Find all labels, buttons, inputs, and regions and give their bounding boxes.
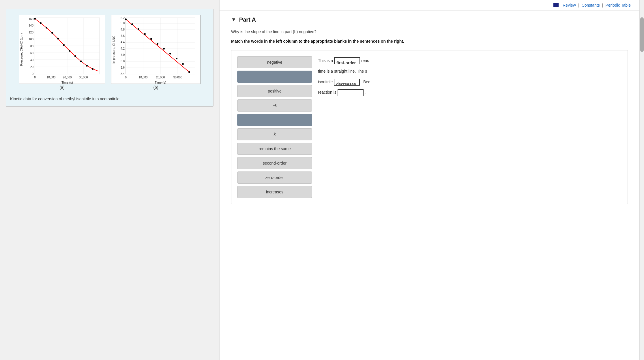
svg-text:10,000: 10,000 [47,76,56,79]
svg-point-19 [74,55,76,57]
svg-point-20 [80,61,82,62]
svg-text:5.0: 5.0 [121,22,125,25]
svg-text:3.4: 3.4 [121,72,125,76]
top-bar: Review | Constants | Periodic Table [220,0,639,11]
constants-link[interactable]: Constants [582,3,600,7]
svg-text:120: 120 [29,31,33,34]
svg-text:In pressure, CH₃NC: In pressure, CH₃NC [112,35,115,63]
instruction-text: Match the words in the left column to th… [231,38,628,44]
svg-point-61 [188,71,190,73]
svg-point-52 [131,23,133,25]
svg-text:0: 0 [125,76,127,79]
blank-decreases[interactable]: decreases [334,79,360,86]
graph-container: Pressure, CH₃NC (torr) [6,9,214,107]
word-btn-remains-same[interactable]: remains the same [237,143,312,155]
left-panel: Pressure, CH₃NC (torr) [0,0,219,360]
word-btn-dark1 [237,71,312,83]
svg-text:Pressure, CH₃NC (torr): Pressure, CH₃NC (torr) [20,33,23,66]
svg-text:4.6: 4.6 [121,34,125,37]
s1-before: This is a [318,58,334,63]
word-btn-k[interactable]: k [237,128,312,140]
svg-point-22 [92,68,93,70]
collapse-arrow[interactable]: ▼ [231,17,236,23]
graph-a: Pressure, CH₃NC (torr) [19,15,105,84]
part-title: Part A [239,16,256,23]
word-btn-negative[interactable]: negative [237,56,312,68]
svg-point-58 [169,53,171,54]
svg-point-13 [40,22,42,24]
svg-point-53 [138,28,139,30]
svg-text:3.6: 3.6 [121,66,125,69]
review-link[interactable]: Review [563,3,576,7]
sentences-area: This is a first-order reac time is a str… [318,56,622,198]
svg-point-51 [125,18,127,20]
svg-point-12 [34,18,36,20]
word-bank: negative positive −k k [237,56,312,198]
sentence-4: reaction is . [318,88,622,97]
blank-first-order[interactable]: first-order [334,57,360,64]
sep1: | [578,3,579,7]
word-btn-positive[interactable]: positive [237,85,312,97]
matching-area: negative positive −k k [231,50,628,204]
svg-text:4.4: 4.4 [121,41,125,44]
svg-point-54 [144,33,146,35]
svg-point-17 [63,44,65,46]
scrollbar-thumb[interactable] [640,17,644,52]
s3-before: isonitrile [318,80,334,84]
periodic-table-link[interactable]: Periodic Table [605,3,631,7]
sep2: | [602,3,603,7]
svg-point-59 [176,58,177,59]
content-area: ▼ Part A Why is the slope of the line in… [220,11,639,360]
s3-after: . Bec [361,80,370,84]
s2-text: time is a straight line. The s [318,69,367,73]
svg-text:0: 0 [34,76,36,79]
word-btn-neg-k[interactable]: −k [237,99,312,112]
svg-text:20: 20 [30,65,34,69]
graph-b-wrapper: In pressure, CH₃NC [111,15,201,90]
svg-text:40: 40 [30,59,34,62]
part-header: ▼ Part A [231,16,628,23]
svg-point-18 [69,50,70,52]
svg-text:10,000: 10,000 [139,76,148,79]
sentence-1: This is a first-order reac [318,56,622,65]
svg-text:140: 140 [29,24,33,27]
svg-text:Time (s): Time (s) [61,81,73,84]
svg-point-56 [157,43,158,45]
graph-b: In pressure, CH₃NC [111,15,201,84]
svg-text:20,000: 20,000 [156,76,165,79]
svg-text:60: 60 [30,52,34,55]
s1-after: reac [361,58,369,63]
word-btn-increases[interactable]: increases [237,186,312,198]
svg-text:30,000: 30,000 [173,76,182,79]
graphs-row: Pressure, CH₃NC (torr) [9,15,210,90]
blank-empty[interactable] [338,89,364,96]
sentence-2: time is a straight line. The s [318,67,622,76]
svg-point-14 [46,27,47,29]
right-panel-content: Review | Constants | Periodic Table ▼ Pa… [219,0,639,360]
review-icon [553,3,559,7]
s4-before: reaction is [318,90,338,95]
svg-text:80: 80 [30,45,34,48]
svg-text:Time (s): Time (s) [155,81,166,84]
svg-text:3.8: 3.8 [121,60,125,63]
word-btn-dark2 [237,114,312,126]
scrollbar[interactable] [639,0,644,360]
word-btn-zero-order[interactable]: zero-order [237,171,312,184]
svg-text:30,000: 30,000 [79,76,88,79]
sentence-3: isonitrile decreases . Bec [318,78,622,86]
graph-a-label: (a) [59,85,64,90]
svg-text:4.8: 4.8 [121,28,125,31]
svg-text:5.2: 5.2 [121,16,125,20]
svg-point-15 [51,32,53,34]
svg-point-57 [163,48,165,50]
right-panel: Review | Constants | Periodic Table ▼ Pa… [219,0,644,360]
svg-point-21 [86,65,88,67]
svg-point-60 [182,63,184,65]
svg-point-55 [150,38,152,40]
svg-text:4.0: 4.0 [121,53,125,56]
svg-text:160: 160 [29,18,33,21]
caption: Kinetic data for conversion of methyl is… [9,94,210,103]
svg-text:100: 100 [29,38,33,41]
word-btn-second-order[interactable]: second-order [237,157,312,169]
svg-text:20,000: 20,000 [63,76,72,79]
